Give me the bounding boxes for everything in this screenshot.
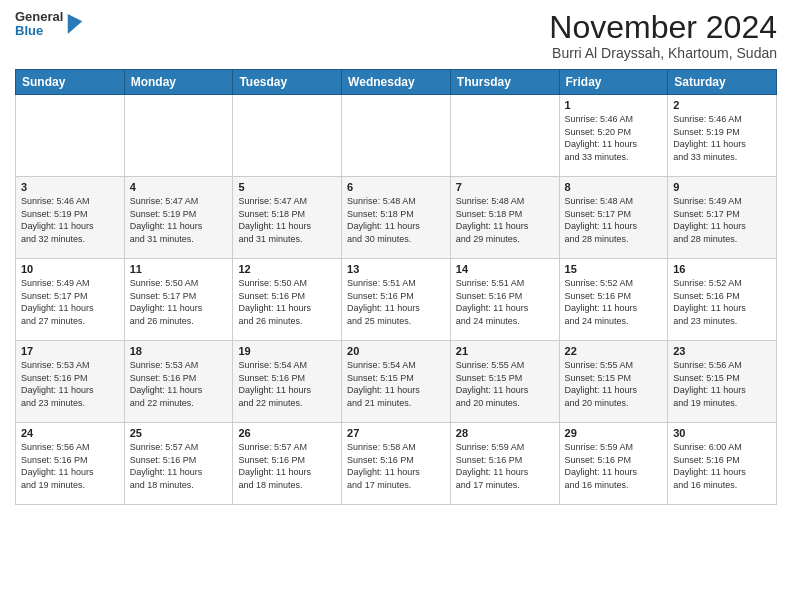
day-number: 12 xyxy=(238,263,336,275)
day-info: Sunrise: 5:55 AM Sunset: 5:15 PM Dayligh… xyxy=(456,359,554,409)
logo: General Blue xyxy=(15,10,83,39)
table-row: 19Sunrise: 5:54 AM Sunset: 5:16 PM Dayli… xyxy=(233,341,342,423)
day-info: Sunrise: 5:49 AM Sunset: 5:17 PM Dayligh… xyxy=(673,195,771,245)
table-row: 18Sunrise: 5:53 AM Sunset: 5:16 PM Dayli… xyxy=(124,341,233,423)
table-row: 27Sunrise: 5:58 AM Sunset: 5:16 PM Dayli… xyxy=(342,423,451,505)
day-number: 6 xyxy=(347,181,445,193)
table-row: 20Sunrise: 5:54 AM Sunset: 5:15 PM Dayli… xyxy=(342,341,451,423)
col-sunday: Sunday xyxy=(16,70,125,95)
page: General Blue November 2024 Burri Al Dray… xyxy=(0,0,792,612)
col-friday: Friday xyxy=(559,70,668,95)
day-info: Sunrise: 5:54 AM Sunset: 5:15 PM Dayligh… xyxy=(347,359,445,409)
logo-line1: General xyxy=(15,10,63,24)
day-number: 14 xyxy=(456,263,554,275)
day-number: 25 xyxy=(130,427,228,439)
day-info: Sunrise: 5:53 AM Sunset: 5:16 PM Dayligh… xyxy=(130,359,228,409)
day-number: 16 xyxy=(673,263,771,275)
day-number: 30 xyxy=(673,427,771,439)
table-row xyxy=(450,95,559,177)
day-info: Sunrise: 5:57 AM Sunset: 5:16 PM Dayligh… xyxy=(130,441,228,491)
day-number: 2 xyxy=(673,99,771,111)
day-info: Sunrise: 5:56 AM Sunset: 5:16 PM Dayligh… xyxy=(21,441,119,491)
day-info: Sunrise: 5:47 AM Sunset: 5:18 PM Dayligh… xyxy=(238,195,336,245)
table-row: 1Sunrise: 5:46 AM Sunset: 5:20 PM Daylig… xyxy=(559,95,668,177)
day-number: 15 xyxy=(565,263,663,275)
day-number: 28 xyxy=(456,427,554,439)
day-info: Sunrise: 5:50 AM Sunset: 5:17 PM Dayligh… xyxy=(130,277,228,327)
day-number: 10 xyxy=(21,263,119,275)
table-row: 6Sunrise: 5:48 AM Sunset: 5:18 PM Daylig… xyxy=(342,177,451,259)
day-number: 18 xyxy=(130,345,228,357)
col-thursday: Thursday xyxy=(450,70,559,95)
day-number: 20 xyxy=(347,345,445,357)
day-number: 27 xyxy=(347,427,445,439)
day-info: Sunrise: 5:48 AM Sunset: 5:18 PM Dayligh… xyxy=(347,195,445,245)
col-tuesday: Tuesday xyxy=(233,70,342,95)
table-row: 29Sunrise: 5:59 AM Sunset: 5:16 PM Dayli… xyxy=(559,423,668,505)
day-info: Sunrise: 5:52 AM Sunset: 5:16 PM Dayligh… xyxy=(565,277,663,327)
day-number: 17 xyxy=(21,345,119,357)
table-row: 17Sunrise: 5:53 AM Sunset: 5:16 PM Dayli… xyxy=(16,341,125,423)
day-number: 13 xyxy=(347,263,445,275)
day-number: 29 xyxy=(565,427,663,439)
week-row-2: 3Sunrise: 5:46 AM Sunset: 5:19 PM Daylig… xyxy=(16,177,777,259)
day-info: Sunrise: 5:59 AM Sunset: 5:16 PM Dayligh… xyxy=(565,441,663,491)
day-info: Sunrise: 5:53 AM Sunset: 5:16 PM Dayligh… xyxy=(21,359,119,409)
table-row: 30Sunrise: 6:00 AM Sunset: 5:16 PM Dayli… xyxy=(668,423,777,505)
table-row: 15Sunrise: 5:52 AM Sunset: 5:16 PM Dayli… xyxy=(559,259,668,341)
day-number: 5 xyxy=(238,181,336,193)
day-info: Sunrise: 5:48 AM Sunset: 5:17 PM Dayligh… xyxy=(565,195,663,245)
day-number: 4 xyxy=(130,181,228,193)
day-number: 19 xyxy=(238,345,336,357)
day-number: 26 xyxy=(238,427,336,439)
day-info: Sunrise: 5:59 AM Sunset: 5:16 PM Dayligh… xyxy=(456,441,554,491)
day-number: 21 xyxy=(456,345,554,357)
title-section: November 2024 Burri Al Drayssah, Khartou… xyxy=(549,10,777,61)
day-number: 1 xyxy=(565,99,663,111)
logo-icon xyxy=(67,14,83,34)
week-row-5: 24Sunrise: 5:56 AM Sunset: 5:16 PM Dayli… xyxy=(16,423,777,505)
table-row: 25Sunrise: 5:57 AM Sunset: 5:16 PM Dayli… xyxy=(124,423,233,505)
table-row: 24Sunrise: 5:56 AM Sunset: 5:16 PM Dayli… xyxy=(16,423,125,505)
day-info: Sunrise: 5:57 AM Sunset: 5:16 PM Dayligh… xyxy=(238,441,336,491)
day-number: 11 xyxy=(130,263,228,275)
day-info: Sunrise: 5:48 AM Sunset: 5:18 PM Dayligh… xyxy=(456,195,554,245)
day-number: 22 xyxy=(565,345,663,357)
table-row xyxy=(233,95,342,177)
table-row: 14Sunrise: 5:51 AM Sunset: 5:16 PM Dayli… xyxy=(450,259,559,341)
table-row: 13Sunrise: 5:51 AM Sunset: 5:16 PM Dayli… xyxy=(342,259,451,341)
day-info: Sunrise: 5:56 AM Sunset: 5:15 PM Dayligh… xyxy=(673,359,771,409)
table-row: 21Sunrise: 5:55 AM Sunset: 5:15 PM Dayli… xyxy=(450,341,559,423)
table-row: 4Sunrise: 5:47 AM Sunset: 5:19 PM Daylig… xyxy=(124,177,233,259)
calendar-table: Sunday Monday Tuesday Wednesday Thursday… xyxy=(15,69,777,505)
day-info: Sunrise: 5:55 AM Sunset: 5:15 PM Dayligh… xyxy=(565,359,663,409)
day-info: Sunrise: 5:58 AM Sunset: 5:16 PM Dayligh… xyxy=(347,441,445,491)
col-wednesday: Wednesday xyxy=(342,70,451,95)
table-row: 28Sunrise: 5:59 AM Sunset: 5:16 PM Dayli… xyxy=(450,423,559,505)
table-row: 2Sunrise: 5:46 AM Sunset: 5:19 PM Daylig… xyxy=(668,95,777,177)
table-row xyxy=(16,95,125,177)
day-info: Sunrise: 5:54 AM Sunset: 5:16 PM Dayligh… xyxy=(238,359,336,409)
calendar-header-row: Sunday Monday Tuesday Wednesday Thursday… xyxy=(16,70,777,95)
table-row: 12Sunrise: 5:50 AM Sunset: 5:16 PM Dayli… xyxy=(233,259,342,341)
day-number: 23 xyxy=(673,345,771,357)
table-row: 26Sunrise: 5:57 AM Sunset: 5:16 PM Dayli… xyxy=(233,423,342,505)
day-number: 7 xyxy=(456,181,554,193)
day-info: Sunrise: 5:51 AM Sunset: 5:16 PM Dayligh… xyxy=(347,277,445,327)
week-row-4: 17Sunrise: 5:53 AM Sunset: 5:16 PM Dayli… xyxy=(16,341,777,423)
day-number: 3 xyxy=(21,181,119,193)
day-info: Sunrise: 5:52 AM Sunset: 5:16 PM Dayligh… xyxy=(673,277,771,327)
table-row: 7Sunrise: 5:48 AM Sunset: 5:18 PM Daylig… xyxy=(450,177,559,259)
day-info: Sunrise: 5:47 AM Sunset: 5:19 PM Dayligh… xyxy=(130,195,228,245)
table-row: 3Sunrise: 5:46 AM Sunset: 5:19 PM Daylig… xyxy=(16,177,125,259)
col-monday: Monday xyxy=(124,70,233,95)
day-info: Sunrise: 5:46 AM Sunset: 5:20 PM Dayligh… xyxy=(565,113,663,163)
col-saturday: Saturday xyxy=(668,70,777,95)
table-row: 10Sunrise: 5:49 AM Sunset: 5:17 PM Dayli… xyxy=(16,259,125,341)
table-row: 9Sunrise: 5:49 AM Sunset: 5:17 PM Daylig… xyxy=(668,177,777,259)
table-row: 16Sunrise: 5:52 AM Sunset: 5:16 PM Dayli… xyxy=(668,259,777,341)
calendar-title: November 2024 xyxy=(549,10,777,45)
week-row-3: 10Sunrise: 5:49 AM Sunset: 5:17 PM Dayli… xyxy=(16,259,777,341)
day-number: 24 xyxy=(21,427,119,439)
week-row-1: 1Sunrise: 5:46 AM Sunset: 5:20 PM Daylig… xyxy=(16,95,777,177)
